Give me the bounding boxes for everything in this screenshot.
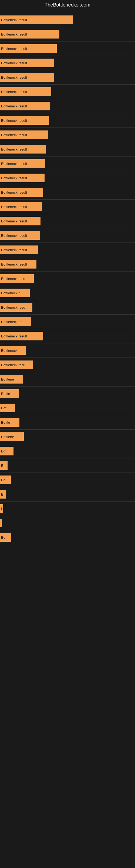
bottleneck-bar: Bottle [0,418,19,427]
bar-label: Bottleneck [1,348,17,352]
bottleneck-bar: B [0,461,8,470]
bottleneck-bar [0,519,2,527]
bar-label: Bot [1,406,6,410]
bar-row: Bottlene [0,372,135,386]
bar-label: Bottleneck result [1,75,27,80]
bar-row: Bottleneck resu [0,358,135,372]
bar-row: Bottleneck result [0,156,135,170]
bar-label: Bottleneck resu [1,277,26,281]
bar-row: Bottleneck result [0,257,135,271]
bar-row: Bottle [0,415,135,429]
bar-label: Bottleneck resu [1,305,26,310]
bar-label: Bottleneck resu [1,363,26,367]
bar-row: Bottleneck result [0,185,135,199]
bottleneck-bar: Bottleneck result [0,332,43,340]
bar-label: Bottleneck result [1,262,27,267]
bar-label: I [1,507,2,511]
bar-row: B [0,487,135,501]
bar-label: Bottleneck result [1,119,27,123]
bottleneck-bar: Bot [0,404,15,412]
bottleneck-bar: Bottleneck result [0,159,45,168]
bar-label: Bot [1,449,6,453]
bar-row: Bottleneck result [0,13,135,27]
bottleneck-bar: Bottleneck result [0,145,46,154]
bar-row: B [0,458,135,472]
bar-label: Bottleneck result [1,46,27,51]
bar-row: Bottleneck r [0,286,135,300]
bottleneck-bar: Bottleneck [0,346,26,355]
bar-label: Bottleneck result [1,205,27,209]
bar-row: Bottle [0,386,135,401]
bar-row: Bot [0,444,135,458]
bar-label: B [1,492,3,496]
bottleneck-bar: Bo [0,475,11,484]
bottleneck-bar: Bottlene [0,375,23,383]
bottleneck-bar: Bottleneck result [0,44,57,53]
title-text: TheBottlenecker.com [45,2,90,8]
bar-row: Bottleneck result [0,142,135,156]
bar-label: Bottleneck result [1,133,27,137]
bar-row: Bottleneck result [0,171,135,185]
bar-label: B [1,464,3,468]
bar-label: Bo [1,535,5,539]
bar-row: Bo [0,473,135,487]
bottleneck-bar: Bot [0,447,13,456]
bar-label: Bottleneck result [1,234,27,238]
bar-label: Bottleneck result [1,32,27,36]
bottleneck-bar: Bottleneck result [0,16,73,24]
bar-label: Bottleneck result [1,104,27,108]
bottleneck-bar: Bottleneck result [0,188,43,197]
bar-label: Bottleneck result [1,90,27,94]
bar-label: Bottle [1,392,10,396]
bottleneck-bar: Bottleneck result [0,59,54,67]
bottleneck-bar: Bottleneck result [0,174,45,182]
bottleneck-bar: B [0,490,6,499]
bar-label: Bottleneck r [1,291,20,295]
bottleneck-bar: Bo [0,533,11,542]
bar-label: Bottlene [1,377,14,381]
bar-label: Bottleneck result [1,147,27,151]
bottleneck-bar: Bottlene [0,432,24,441]
bar-label: Bottlene [1,435,14,439]
bar-label: Bottleneck result [1,18,27,22]
bottleneck-bar: Bottleneck result [0,203,42,211]
bottleneck-bar: Bottleneck resu [0,274,34,283]
bar-label: Bottleneck result [1,334,27,338]
bottleneck-bar: Bottleneck resu [0,303,32,312]
bar-row: Bottleneck result [0,128,135,142]
bar-row: Bot [0,401,135,415]
site-title: TheBottlenecker.com [0,0,135,10]
bottleneck-bar: Bottleneck res [0,317,31,326]
bar-label: Bo [1,478,5,482]
bar-row: Bottleneck result [0,228,135,243]
bottleneck-bar: Bottle [0,389,19,398]
bottleneck-bar: Bottleneck result [0,102,50,111]
bar-row: Bottleneck result [0,329,135,343]
bar-label: Bottleneck result [1,248,27,252]
bar-row: Bottleneck resu [0,300,135,314]
bar-label: Bottleneck result [1,176,27,180]
bottleneck-bar: Bottleneck result [0,260,37,269]
bar-row: Bottleneck result [0,41,135,56]
bar-label: Bottleneck result [1,61,27,65]
bottleneck-bar: Bottleneck result [0,130,48,139]
bar-label: Bottleneck res [1,320,23,324]
bar-row: Bottleneck result [0,199,135,214]
bottleneck-bar: Bottleneck r [0,289,30,297]
bar-row: Bottlene [0,430,135,444]
bottleneck-bar: Bottleneck result [0,116,49,125]
bottleneck-bar: Bottleneck result [0,87,51,96]
bottleneck-bar: I [0,504,3,513]
bar-row: Bottleneck result [0,70,135,84]
bar-row: Bottleneck resu [0,272,135,286]
bar-row: Bottleneck result [0,214,135,228]
bar-row: Bottleneck result [0,113,135,127]
bar-label: Bottle [1,421,10,425]
bar-row: Bottleneck result [0,243,135,257]
bar-row: Bottleneck result [0,56,135,70]
bar-row [0,516,135,530]
bar-row: Bottleneck result [0,85,135,99]
bottleneck-bar: Bottleneck resu [0,361,33,369]
bar-row: Bottleneck res [0,315,135,329]
bar-row: Bottleneck [0,343,135,358]
